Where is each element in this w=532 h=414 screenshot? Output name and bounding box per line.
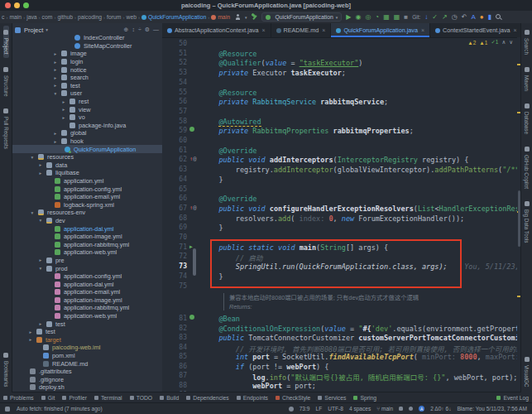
code-line-57[interactable]: 57 [162,108,516,117]
breadcrumb-item[interactable]: forum [107,14,121,20]
tool-button-structure[interactable]: Structure [3,63,9,100]
user-profile-icon[interactable] [235,14,241,20]
tree-item-rest[interactable]: ▸rest [12,98,162,106]
line-number[interactable]: 59 [162,127,187,134]
tree-item-prod[interactable]: ▾prod [12,264,162,272]
line-number[interactable]: 65 [162,185,187,193]
hide-panel-icon[interactable]: — [153,26,159,33]
tree-item-deploy-sh[interactable]: deploy.sh [12,383,162,392]
tool-window-button-todo[interactable]: TODO [130,395,153,401]
line-number[interactable]: 63 [162,166,187,173]
indent-setting[interactable]: 4 spaces [349,406,371,412]
line-number[interactable]: 72 [162,253,187,260]
code-line-82[interactable]: 82@ConditionalOnExpression(value = "#{'d… [162,325,516,334]
tree-item-target[interactable]: ▸target [12,336,162,344]
override-gutter-icon[interactable]: ↑@ [189,156,201,162]
line-number[interactable]: 86 [162,363,187,370]
code-line-63[interactable]: 63registry.addInterceptor(globalViewInte… [162,166,516,175]
line-number[interactable]: 82 [162,325,187,332]
tool-button-pull-requests[interactable]: Pull Requests [3,104,9,152]
tree-item-image[interactable]: ▸image [12,50,162,58]
breadcrumb-item[interactable]: com [42,14,53,20]
breadcrumb-item[interactable]: QuickForumApplication [148,14,206,20]
breadcrumb-item[interactable]: paicoding [78,14,102,20]
editor-tab-quickforumapplication.java[interactable]: QuickForumApplication.java× [331,23,430,37]
tool-button-big-data-tools[interactable]: Big Data Tools [524,197,530,247]
line-number[interactable]: 57 [162,108,187,115]
line-number[interactable]: 68 [162,214,187,222]
line-number[interactable]: 73 [162,262,187,270]
line-number[interactable]: 62 [162,156,187,163]
code-line-81[interactable]: 81@Bean [162,315,516,324]
close-icon[interactable]: × [322,27,325,33]
tree-item-application-image-yml[interactable]: application-image.yml [12,296,162,305]
chevron-right-icon[interactable]: ▸ [52,67,59,72]
file-encoding[interactable]: UTF-8 [328,406,343,412]
tree-item--gitignore[interactable]: .gitignore [12,376,162,384]
tree-item-login[interactable]: ▸login [12,58,162,66]
plugin-icon[interactable]: ▮ [488,14,491,21]
code-line-58[interactable]: 58@Autowired [162,118,516,127]
line-number[interactable]: 88 [162,382,187,389]
chevron-right-icon[interactable]: ▸ [52,60,59,65]
tree-item-application-web-yml[interactable]: application-web.yml [12,312,162,320]
chevron-right-icon[interactable]: ▸ [27,337,34,342]
tree-item-resources-env[interactable]: ▾resources-env [12,209,162,217]
coverage-icon[interactable]: ◎ [365,14,371,21]
bell-icon[interactable] [409,407,413,411]
line-number[interactable]: 83 [162,334,187,341]
tool-window-button-event-log[interactable]: Event Log [496,395,529,401]
tool-button-github-copilot[interactable]: GitHub Copilot [524,142,530,192]
code-line-69[interactable]: 69} [162,224,516,233]
override-gutter-icon[interactable]: ↑@ [189,205,201,211]
chevron-right-icon[interactable]: ▸ [60,115,67,120]
close-icon[interactable]: × [261,27,265,33]
line-ending[interactable]: LF [316,406,323,412]
tool-window-button-dependencies[interactable]: Dependencies [186,395,228,401]
code-line-52[interactable]: 52@Qualifier(value = "taskExecutor") [162,59,516,68]
breadcrumb-item[interactable]: c [2,14,4,20]
caret-position[interactable]: 73:9 [300,406,310,412]
tree-item-test[interactable]: ▸test [12,320,162,328]
chevron-right-icon[interactable]: ▸ [37,321,44,326]
settings-gear-icon[interactable]: ⚙ [145,26,150,33]
tree-item-global[interactable]: ▸global [12,129,162,137]
tree-item--gitattributes[interactable]: .gitattributes [12,368,162,376]
code-line-83[interactable]: 83public TomcatConnectorCustomizer custo… [162,334,516,343]
tree-item-search[interactable]: ▸search [12,74,162,82]
code-line-61[interactable]: 61@Override [162,147,516,156]
line-number[interactable]: 55 [162,89,187,96]
rollback-icon[interactable]: ↶ [462,14,467,21]
stop-icon[interactable]: ■ [404,14,408,21]
tree-item-application-email-yml[interactable]: application-email.yml [12,288,162,296]
tree-item-resources[interactable]: ▾resources [12,153,162,161]
editor-tab-abstractapplicationcontext.java[interactable]: AbstractApplicationContext.java× [162,23,271,37]
tree-item-logback-spring-xml[interactable]: logback-spring.xml [12,200,162,209]
tree-item-pom-xml[interactable]: pom.xml [12,352,162,360]
tree-item-view[interactable]: ▸view [12,105,162,113]
tool-button-search[interactable]: Search [524,26,530,58]
code-line-84[interactable]: 84// 开发环境时, 首先判断8080端口是否可用; 若可用则直接使用, 否则… [162,344,516,353]
tool-window-button-spring[interactable]: Spring [353,395,376,401]
tool-button-visualgc[interactable]: VisualGC [524,353,530,390]
tool-window-button-terminal[interactable]: Terminal [94,395,122,401]
tree-item-application-config-yml[interactable]: application-config.yml [12,272,162,281]
breadcrumb-item[interactable]: main [9,14,22,20]
tree-item-liquibase[interactable]: ▸liquibase [12,169,162,177]
tree-item-application-dal-yml[interactable]: application-dal.yml [12,224,162,233]
chevron-down-icon[interactable]: ▾ [52,91,59,96]
avatar[interactable]: A [419,406,424,412]
tool-window-button-services[interactable]: Services [318,395,346,401]
tree-item-application-web-yml[interactable]: application-web.yml [12,248,162,257]
profiler-icon[interactable]: ◔ [375,14,379,21]
expand-icon[interactable]: ↕ [132,26,135,33]
chevron-right-icon[interactable]: ▸ [52,75,59,80]
line-number[interactable]: 64 [162,176,187,183]
tree-item-application-yml[interactable]: application.yml [12,177,162,185]
git-update-icon[interactable]: ↓ [424,14,428,21]
chevron-right-icon[interactable]: ▸ [52,51,59,56]
chevron-right-icon[interactable]: ▸ [37,162,44,167]
code-line-55[interactable]: 55@Resource [162,89,516,98]
tree-item-test[interactable]: ▸test [12,82,162,90]
chevron-right-icon[interactable]: ▸ [52,83,59,88]
